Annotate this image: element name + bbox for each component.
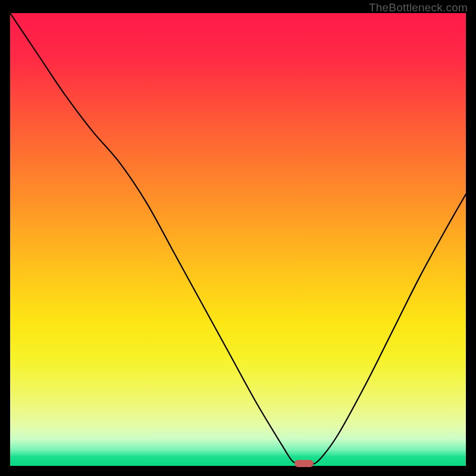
optimal-point-marker (295, 460, 314, 467)
watermark-text: TheBottleneck.com (369, 1, 468, 14)
bottleneck-plot-area (10, 13, 466, 466)
bottleneck-curve (10, 13, 466, 466)
